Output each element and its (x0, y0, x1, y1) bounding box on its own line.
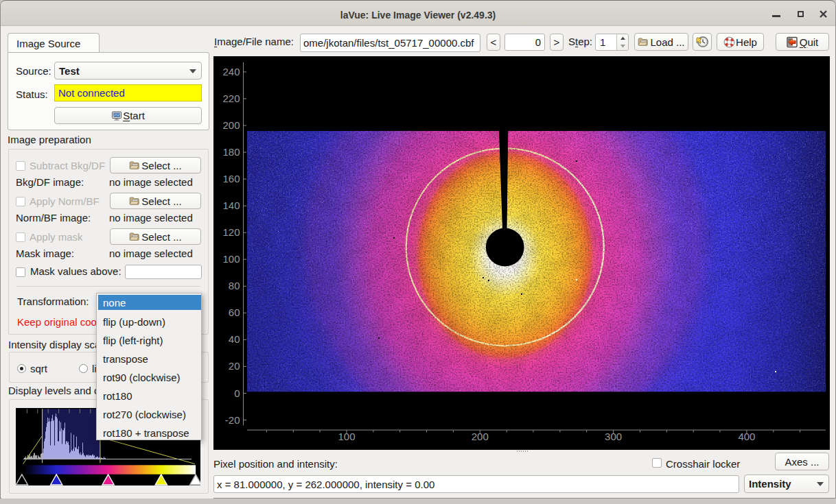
svg-text:-20: -20 (225, 414, 240, 426)
svg-text:180: 180 (222, 146, 240, 158)
svg-text:140: 140 (222, 200, 240, 211)
svg-text:40: 40 (229, 333, 240, 345)
svg-text:200: 200 (222, 119, 240, 131)
svg-text:160: 160 (222, 173, 240, 184)
svg-text:400: 400 (738, 431, 755, 442)
svg-text:300: 300 (605, 431, 622, 442)
svg-text:220: 220 (222, 93, 240, 104)
svg-text:100: 100 (222, 253, 240, 265)
svg-text:0: 0 (234, 387, 240, 399)
svg-text:120: 120 (222, 226, 240, 238)
svg-text:240: 240 (222, 66, 240, 77)
svg-text:100: 100 (338, 431, 355, 442)
svg-text:80: 80 (229, 280, 240, 291)
svg-text:200: 200 (472, 431, 489, 442)
svg-text:60: 60 (229, 307, 240, 318)
svg-text:20: 20 (229, 360, 240, 372)
